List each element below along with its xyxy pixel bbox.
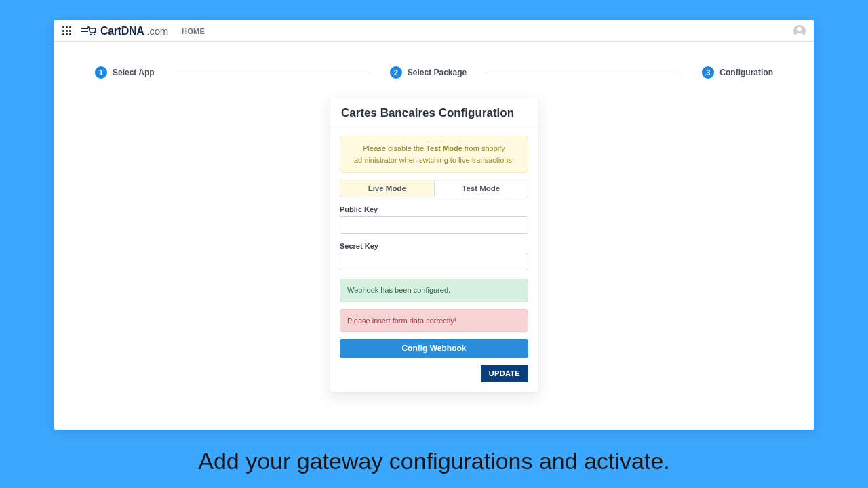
card-title: Cartes Bancaires Configuration: [330, 98, 538, 127]
step-number: 3: [702, 66, 714, 79]
error-alert: Please insert form data correctly!: [340, 309, 528, 333]
apps-grid-icon[interactable]: [62, 26, 72, 36]
config-card: Cartes Bancaires Configuration Please di…: [330, 98, 538, 392]
step-configuration[interactable]: 3 Configuration: [702, 66, 773, 79]
step-select-app[interactable]: 1 Select App: [95, 66, 155, 79]
secret-key-label: Secret Key: [340, 242, 528, 250]
step-number: 2: [390, 66, 402, 79]
warning-alert: Please disable the Test Mode from shopif…: [340, 136, 528, 173]
tab-live-mode[interactable]: Live Mode: [340, 180, 434, 197]
mode-tabs: Live Mode Test Mode: [340, 180, 528, 197]
step-divider: [486, 73, 683, 73]
brand-logo[interactable]: CartDNA.com: [81, 25, 168, 37]
nav-home[interactable]: HOME: [182, 27, 205, 35]
step-select-package[interactable]: 2 Select Package: [390, 66, 467, 79]
step-number: 1: [95, 66, 107, 79]
update-button[interactable]: UPDATE: [481, 365, 528, 382]
public-key-label: Public Key: [340, 205, 528, 214]
public-key-input[interactable]: [340, 216, 528, 234]
brand-name: CartDNA: [100, 25, 144, 37]
svg-point-1: [94, 33, 95, 35]
warning-text-bold: Test Mode: [426, 144, 462, 152]
cart-logo-icon: [81, 26, 96, 37]
step-label: Select App: [113, 68, 155, 77]
step-label: Configuration: [719, 68, 773, 77]
success-alert: Webhook has been configured.: [340, 279, 528, 302]
topbar: CartDNA.com HOME: [54, 20, 814, 42]
config-webhook-button[interactable]: Config Webhook: [340, 339, 528, 358]
secret-key-input[interactable]: [340, 253, 528, 270]
tab-test-mode[interactable]: Test Mode: [434, 180, 528, 197]
app-window: CartDNA.com HOME 1 Select App 2 Select P…: [54, 20, 814, 430]
brand-suffix: .com: [147, 25, 168, 37]
stepper: 1 Select App 2 Select Package 3 Configur…: [54, 42, 814, 85]
avatar-icon[interactable]: [793, 25, 806, 37]
warning-text-pre: Please disable the: [363, 144, 426, 152]
step-label: Select Package: [408, 68, 467, 77]
page-caption: Add your gateway configurations and acti…: [0, 448, 868, 474]
step-divider: [174, 73, 371, 73]
svg-point-0: [90, 33, 92, 35]
